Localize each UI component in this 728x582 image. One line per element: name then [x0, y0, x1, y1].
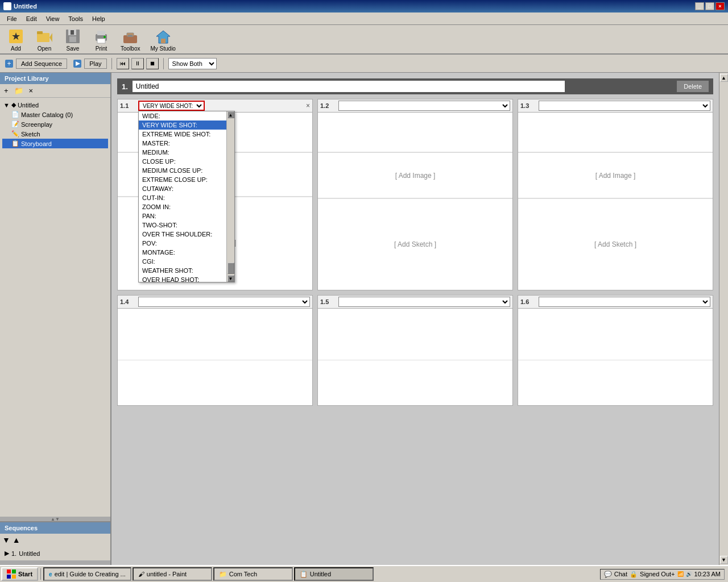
show-both-select[interactable]: Show Both Show Video Show Audio — [168, 58, 217, 69]
start-icon — [7, 569, 16, 579]
open-button[interactable]: Open — [32, 26, 57, 53]
menu-edit[interactable]: Edit — [22, 14, 42, 23]
shot-sketch-area-1-3[interactable]: [ Add Sketch ] — [518, 199, 713, 290]
my-studio-icon — [154, 27, 172, 45]
dropdown-item[interactable]: TWO-SHOT: — [139, 221, 226, 230]
scroll-up-arrow[interactable]: ▲ — [720, 74, 728, 82]
shot-image-area-1-2[interactable] — [318, 113, 512, 152]
maximize-button[interactable]: □ — [705, 2, 714, 10]
tree-item-storyboard[interactable]: 📋 Storyboard — [2, 139, 108, 148]
taskbar-separator — [40, 568, 41, 580]
dropdown-item[interactable]: ZOOM IN: — [139, 202, 226, 211]
start-label: Start — [18, 571, 32, 577]
horizontal-resize-handle[interactable] — [0, 560, 110, 565]
shot-image-area2-1-2[interactable]: [ Add Image ] — [318, 153, 512, 198]
transport-prev-button[interactable]: ⏮ — [117, 58, 129, 69]
tree-item-sketch[interactable]: ✏️ Sketch — [2, 129, 108, 139]
shot-type-select-1-6[interactable] — [539, 297, 710, 307]
add-sequence-button[interactable]: Add Sequence — [16, 59, 67, 69]
scroll-thumb[interactable] — [228, 263, 234, 274]
dropdown-item[interactable]: MASTER: — [139, 139, 226, 148]
guide-icon: e — [49, 571, 52, 577]
paint-icon: 🖌 — [138, 571, 144, 577]
dropdown-item[interactable]: CGI: — [139, 257, 226, 266]
shot-sketch-area-1-2[interactable]: [ Add Sketch ] — [318, 199, 512, 290]
vertical-resize-handle[interactable]: ▲ ▼ — [0, 517, 110, 521]
taskbar-item-untitled-label: Untitled — [310, 571, 331, 577]
dropdown-item-selected[interactable]: VERY WIDE SHOT: — [139, 120, 226, 130]
shot-image-area-1-3[interactable] — [518, 113, 713, 152]
shot-sketch-area-1-6[interactable] — [518, 360, 713, 405]
print-button[interactable]: Print — [89, 26, 114, 53]
right-scrollbar[interactable]: ▲ ▼ — [719, 73, 728, 565]
lib-add-button[interactable]: + — [2, 86, 10, 95]
menu-file[interactable]: File — [2, 14, 22, 23]
shot-grid-row1: 1.1 VERY WIDE SHOT: WIDE: VERY WIDE SHOT… — [117, 99, 713, 290]
save-button[interactable]: Save — [60, 26, 85, 53]
my-studio-button[interactable]: My Studio — [147, 26, 179, 53]
shot-image-area-1-6[interactable] — [518, 309, 713, 360]
scroll-down-button[interactable]: ▼ — [228, 275, 234, 282]
toolbox-button[interactable]: Toolbox — [117, 26, 143, 53]
shot-type-select-1-2[interactable] — [338, 101, 510, 111]
shot-sketch-area-1-5[interactable] — [318, 360, 512, 405]
tree-arrow-icon: ▼ — [3, 102, 10, 109]
tree-item-untitled[interactable]: ▼ ◆ Untitled — [2, 100, 108, 110]
close-button[interactable]: × — [715, 2, 725, 10]
dropdown-item[interactable]: CUT-IN: — [139, 193, 226, 202]
seq-up-button[interactable]: ▲ — [13, 535, 20, 544]
taskbar-item-guide[interactable]: e edit | Guide to Creating ... — [43, 567, 131, 581]
dropdown-item[interactable]: CLOSE UP: — [139, 157, 226, 166]
shot-type-select-1-4[interactable] — [138, 297, 310, 307]
seq-down-button[interactable]: ▼ — [2, 535, 10, 544]
dropdown-item[interactable]: WIDE: — [139, 111, 226, 120]
menu-help[interactable]: Help — [88, 14, 110, 23]
shot-image-area2-1-3[interactable]: [ Add Image ] — [518, 153, 713, 198]
dropdown-item[interactable]: EXTREME CLOSE UP: — [139, 175, 226, 184]
shot-type-select-1-3[interactable] — [539, 101, 710, 111]
scroll-up-button[interactable]: ▲ — [228, 111, 234, 118]
menu-tools[interactable]: Tools — [64, 14, 88, 23]
tree-item-screenplay[interactable]: 📝 Screenplay — [2, 119, 108, 129]
sequences-list: ▶ 1. Untitled — [0, 546, 110, 560]
dropdown-item[interactable]: WEATHER SHOT: — [139, 266, 226, 275]
lib-folder-button[interactable]: 📁 — [13, 86, 25, 95]
play-button[interactable]: Play — [84, 59, 106, 69]
transport-stop-button[interactable]: ⏹ — [146, 58, 159, 69]
shot-image-area-1-4[interactable] — [118, 309, 312, 360]
taskbar-item-comtech[interactable]: 📁 Com Tech — [213, 567, 293, 581]
shot-number-1-1: 1.1 — [120, 102, 136, 109]
transport-pause-button[interactable]: ⏸ — [131, 58, 144, 69]
tray-icon3: 🔊 — [686, 571, 692, 577]
chat-label[interactable]: Chat — [614, 571, 627, 577]
scroll-down-arrow[interactable]: ▼ — [720, 556, 728, 564]
taskbar-item-paint[interactable]: 🖌 untitled - Paint — [133, 567, 212, 581]
dropdown-item[interactable]: OVER HEAD SHOT: — [139, 275, 226, 282]
sequence-list-item[interactable]: ▶ 1. Untitled — [2, 548, 108, 558]
taskbar-item-untitled[interactable]: 📋 Untitled — [294, 567, 374, 581]
shot-cell-1-3: 1.3 [ Add Image ] [ Add Sketch ] — [518, 99, 713, 290]
delete-button[interactable]: Delete — [677, 81, 709, 92]
shot-type-select-1-5[interactable] — [338, 297, 510, 307]
menu-view[interactable]: View — [42, 14, 64, 23]
sequence-title-input[interactable] — [133, 81, 565, 92]
shot-header-1-6: 1.6 — [518, 296, 713, 309]
dropdown-item[interactable]: MEDIUM: — [139, 148, 226, 157]
start-button[interactable]: Start — [1, 567, 38, 581]
shot-close-1-1[interactable]: × — [306, 102, 310, 110]
dropdown-item[interactable]: PAN: — [139, 211, 226, 221]
minimize-button[interactable]: _ — [695, 2, 704, 10]
dropdown-item[interactable]: MONTAGE: — [139, 248, 226, 257]
dropdown-item[interactable]: MEDIUM CLOSE UP: — [139, 166, 226, 175]
shot-type-select-1-1[interactable]: VERY WIDE SHOT: — [138, 101, 205, 111]
lib-close-button[interactable]: × — [27, 86, 35, 95]
dropdown-item[interactable]: CUTAWAY: — [139, 184, 226, 193]
dropdown-item[interactable]: OVER THE SHOULDER: — [139, 230, 226, 239]
tree-item-master-catalog[interactable]: 📄 Master Catalog (0) — [2, 110, 108, 119]
sequence-number: 1. — [122, 82, 128, 91]
dropdown-item[interactable]: POV: — [139, 239, 226, 248]
dropdown-item[interactable]: EXTREME WIDE SHOT: — [139, 130, 226, 139]
shot-image-area-1-5[interactable] — [318, 309, 512, 360]
add-button[interactable]: ★ Add — [3, 26, 28, 53]
shot-sketch-area-1-4[interactable] — [118, 360, 312, 405]
